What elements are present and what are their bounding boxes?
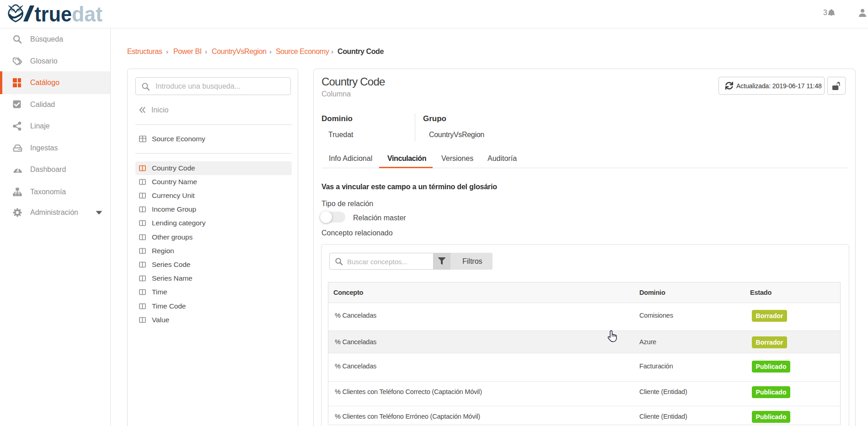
svg-text:dat: dat — [72, 4, 102, 24]
svg-text:true: true — [35, 4, 72, 24]
